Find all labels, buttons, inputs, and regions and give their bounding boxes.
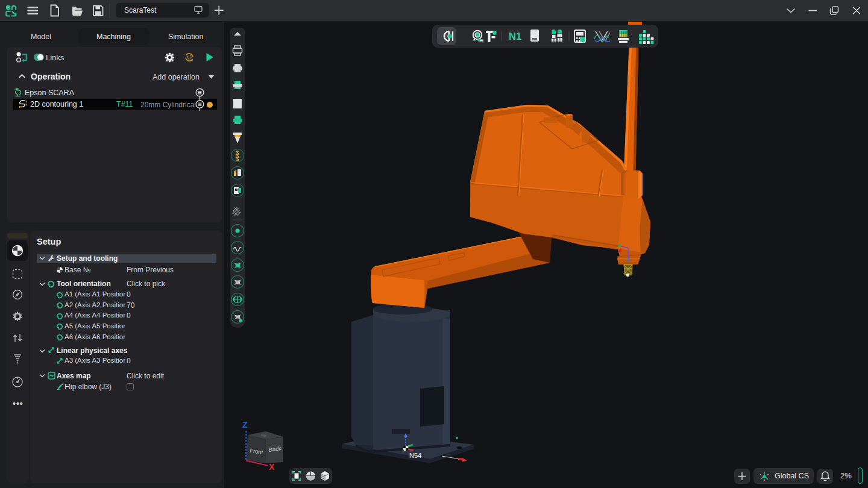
svg-text:N54: N54: [409, 452, 421, 459]
svg-text:N1: N1: [509, 31, 521, 42]
svg-text:X: X: [269, 462, 275, 472]
svg-text:Z: Z: [242, 420, 248, 430]
